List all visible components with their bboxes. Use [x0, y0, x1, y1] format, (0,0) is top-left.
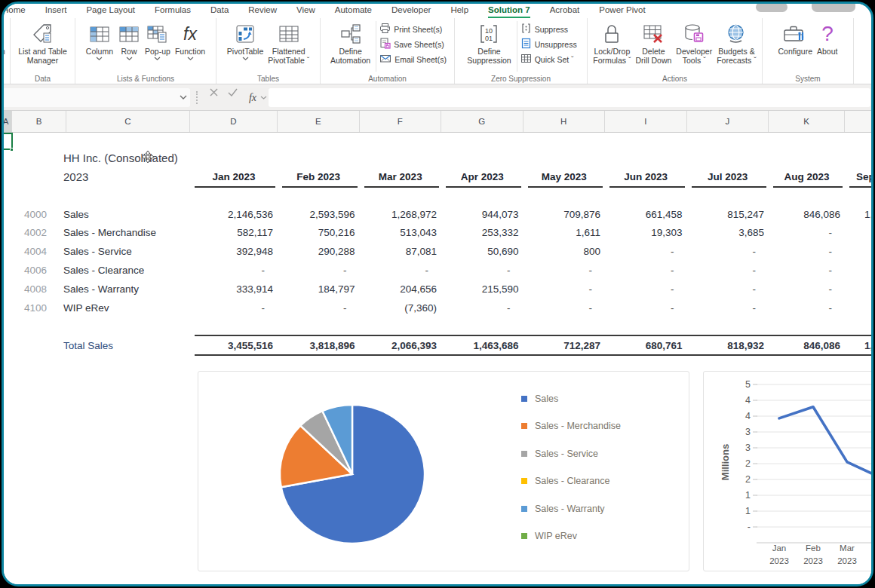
flattened-pivottable-button[interactable]: Flattened PivotTable ˇ: [266, 20, 312, 67]
formula-bar: fx: [2, 84, 873, 111]
chevron-down-icon[interactable]: [96, 56, 103, 61]
quick-set-button[interactable]: Quick Set ˇ: [520, 53, 577, 66]
chevron-down-icon[interactable]: [242, 56, 249, 61]
column-header-h[interactable]: H: [523, 111, 606, 132]
value-cell: 582,117: [190, 224, 278, 242]
value-cell: -: [769, 224, 845, 242]
tab-home[interactable]: Home: [2, 4, 35, 15]
column-header-c[interactable]: C: [66, 111, 190, 132]
ribbon-group-automation: Define AutomationPrint Sheet(s)Save Shee…: [321, 18, 455, 84]
name-box[interactable]: [2, 88, 190, 107]
list-and-table-manager-button[interactable]: List and Table Manager: [16, 20, 69, 67]
tab-solution-7[interactable]: Solution 7: [478, 4, 540, 15]
line-chart-card[interactable]: 544332211-Jan2023Feb2023Mar2023Millions: [703, 371, 873, 571]
y-axis-title: Millions: [720, 444, 731, 480]
column-header-b[interactable]: B: [12, 111, 66, 132]
row-button[interactable]: Row: [115, 20, 143, 63]
column-header-j[interactable]: J: [687, 111, 769, 132]
pop-up-button[interactable]: Pop-up: [143, 20, 173, 63]
tab-acrobat[interactable]: Acrobat: [540, 4, 590, 15]
row-grid-icon: [118, 21, 140, 47]
column-header-k[interactable]: K: [769, 111, 845, 132]
legend-item-sales[interactable]: Sales: [521, 394, 558, 404]
legend-swatch: [521, 423, 527, 429]
tab-insert[interactable]: Insert: [35, 4, 77, 15]
function-button[interactable]: fxFunction: [173, 20, 207, 63]
value-cell: 2,146,536: [190, 205, 278, 223]
y-tick-label: 5: [745, 379, 751, 390]
column-button[interactable]: Column: [84, 20, 115, 63]
save-sheet-s-button[interactable]: Save Sheet(s): [379, 38, 447, 51]
value-cell: -: [360, 261, 442, 279]
legend-label: Sales - Clearance: [535, 476, 609, 486]
developer-tools-button[interactable]: Developer Tools ˇ: [674, 20, 714, 67]
tab-automate[interactable]: Automate: [325, 4, 382, 15]
lock-drop-formulas-button[interactable]: Lock/Drop Formulas ˇ: [591, 20, 633, 67]
chevron-down-icon[interactable]: [126, 56, 133, 61]
unsuppress-button[interactable]: Unsuppress: [520, 38, 577, 51]
legend-label: Sales: [535, 394, 558, 404]
worksheet[interactable]: HH Inc. (Consolidated) 2023 Jan 2023Feb …: [2, 133, 873, 586]
svg-text:?: ?: [821, 23, 834, 45]
define-automation-icon: [339, 21, 362, 47]
insert-function-icon[interactable]: fx: [246, 88, 259, 107]
legend-item-sales-warranty[interactable]: Sales - Warranty: [521, 504, 605, 514]
tab-data[interactable]: Data: [201, 4, 238, 15]
tab-review[interactable]: Review: [238, 4, 287, 15]
configure-button[interactable]: Configure: [776, 20, 815, 57]
chevron-down-icon[interactable]: [154, 56, 161, 61]
confirm-entry-icon[interactable]: [228, 88, 243, 107]
tab-developer[interactable]: Developer: [382, 4, 441, 15]
ribbon-group-tables: PivotTableFlattened PivotTable ˇTables: [216, 18, 321, 84]
partial-button-label: h: [2, 47, 5, 56]
legend-swatch: [521, 533, 527, 539]
suppress-button[interactable]: Suppress: [520, 23, 577, 36]
tab-power-pivot[interactable]: Power Pivot: [589, 4, 655, 15]
ribbon-group-lists-functions: ColumnRowPop-upfxFunctionLists & Functio…: [75, 18, 216, 84]
month-underline: [364, 186, 440, 188]
column-header-d[interactable]: D: [190, 111, 278, 132]
total-value-cell: 712,287: [523, 336, 606, 354]
delete-drill-down-button[interactable]: Delete Drill Down: [633, 20, 674, 67]
month-underline: [195, 186, 275, 188]
fx-dropdown-icon[interactable]: [260, 96, 267, 100]
legend-item-sales-merchandise[interactable]: Sales - Merchandise: [521, 421, 621, 431]
ribbon-group-system: Configure?AboutSystem: [763, 18, 854, 84]
pie-chart-card[interactable]: SalesSales - MerchandiseSales - ServiceS…: [198, 371, 689, 571]
print-sheet-s-button[interactable]: Print Sheet(s): [379, 23, 447, 36]
formula-input[interactable]: [269, 88, 870, 107]
email-sheet-s-button[interactable]: Email Sheet(s): [379, 53, 447, 66]
report-title: HH Inc. (Consolidated): [63, 148, 290, 167]
legend-item-wip-erev[interactable]: WIP eRev: [521, 531, 577, 541]
column-header-partial[interactable]: [845, 111, 873, 132]
month-underline: [849, 186, 873, 188]
column-header-a[interactable]: A: [2, 111, 12, 132]
define-automation-button[interactable]: Define Automation: [328, 20, 373, 67]
group-label-automation: Automation: [321, 75, 454, 83]
define-suppression-button[interactable]: 1001Define Suppression: [465, 20, 513, 67]
unsuppress-icon: [520, 38, 532, 52]
column-header-e[interactable]: E: [278, 111, 360, 132]
total-sales-line[interactable]: [779, 407, 873, 479]
budgets-forecasts-button[interactable]: Budgets & Forecasts ˇ: [714, 20, 759, 67]
value-cell: -: [523, 299, 606, 317]
tab-view[interactable]: View: [287, 4, 325, 15]
total-value-cell: 680,761: [605, 336, 687, 354]
column-header-f[interactable]: F: [360, 111, 442, 132]
formula-bar-divider: [196, 91, 198, 104]
pivottable-button[interactable]: PivotTable: [225, 20, 266, 63]
cancel-entry-icon[interactable]: [210, 88, 225, 107]
tab-formulas[interactable]: Formulas: [145, 4, 201, 15]
screenshot-stage: HomeInsertPage LayoutFormulasDataReviewV…: [0, 0, 875, 588]
legend-item-sales-clearance[interactable]: Sales - Clearance: [521, 476, 609, 486]
name-box-dropdown-icon[interactable]: [180, 95, 187, 100]
chevron-down-icon[interactable]: [187, 56, 194, 61]
column-header-g[interactable]: G: [441, 111, 523, 132]
fill-handle[interactable]: [10, 148, 14, 152]
tab-help[interactable]: Help: [441, 4, 478, 15]
about-button[interactable]: ?About: [815, 20, 840, 57]
tab-page-layout[interactable]: Page Layout: [76, 4, 145, 15]
account-code: 4000: [15, 205, 47, 223]
column-header-i[interactable]: I: [605, 111, 687, 132]
legend-item-sales-service[interactable]: Sales - Service: [521, 449, 598, 459]
